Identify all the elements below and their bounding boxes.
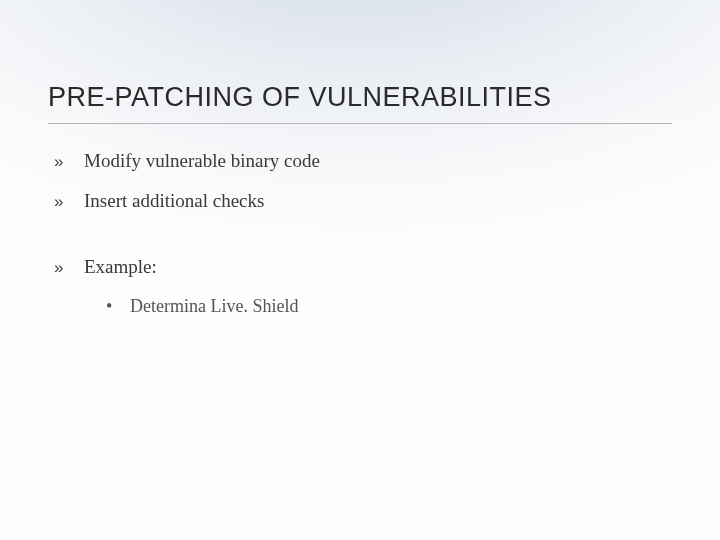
bullet-marker: » <box>54 258 68 278</box>
sub-bullet-text: Determina Live. Shield <box>130 296 298 317</box>
bullet-item: » Modify vulnerable binary code <box>54 150 672 172</box>
bullet-marker: » <box>54 152 68 172</box>
bullet-marker: » <box>54 192 68 212</box>
bullet-text: Insert additional checks <box>84 190 264 212</box>
sub-bullet-marker: • <box>106 296 116 317</box>
bullet-item: » Insert additional checks <box>54 190 672 212</box>
bullet-text: Modify vulnerable binary code <box>84 150 320 172</box>
slide: PRE-PATCHING OF VULNERABILITIES » Modify… <box>0 0 720 357</box>
slide-title: PRE-PATCHING OF VULNERABILITIES <box>48 82 672 124</box>
bullet-text: Example: <box>84 256 157 278</box>
bullet-list: » Modify vulnerable binary code » Insert… <box>48 150 672 278</box>
bullet-item: » Example: <box>54 256 672 278</box>
sub-bullet-list: • Determina Live. Shield <box>48 296 672 317</box>
sub-bullet-item: • Determina Live. Shield <box>106 296 672 317</box>
